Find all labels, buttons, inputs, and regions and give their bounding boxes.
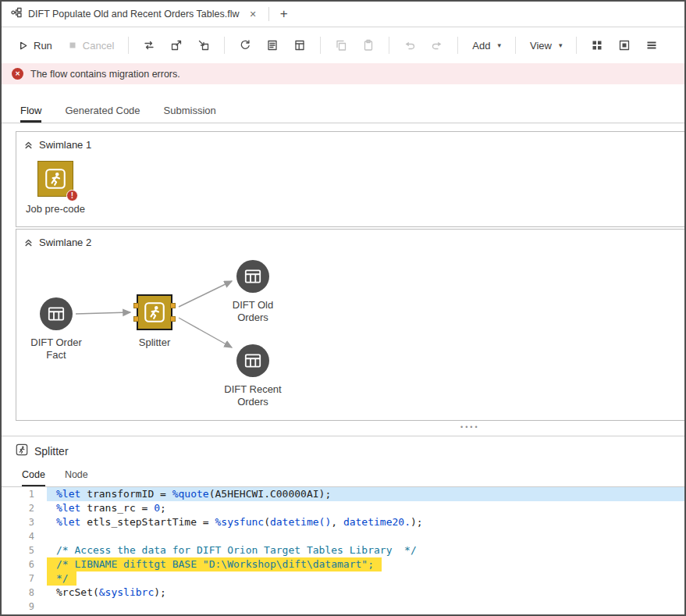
node-dift-recent-orders[interactable]: DIFT Recent Orders: [217, 344, 289, 409]
line-number: 5: [2, 543, 47, 557]
app-window: DIFT Populate Old and Recent Orders Tabl…: [0, 0, 686, 616]
line-number: 6: [2, 557, 47, 571]
sas-program-icon: [137, 294, 172, 330]
chevron-down-icon: ▾: [559, 41, 563, 49]
error-badge: !: [66, 190, 78, 201]
node-label: Splitter: [139, 336, 170, 349]
banner-message: The flow contains migration errors.: [30, 69, 180, 80]
line-number: 8: [2, 586, 47, 600]
paste-icon[interactable]: [357, 34, 379, 56]
code-line-6[interactable]: 6/* LIBNAME difttgt BASE "D:\Workshop\di…: [2, 557, 684, 571]
detail-panel: Splitter Code Node 1%let transformID = %…: [2, 436, 684, 614]
square-inset-icon[interactable]: [613, 34, 635, 56]
node-dift-old-orders[interactable]: DIFT Old Orders: [217, 260, 289, 325]
line-number: 3: [2, 515, 47, 529]
toolbar-divider: [457, 37, 458, 54]
flow-connectors: [16, 230, 686, 420]
document-tab-title: DIFT Populate Old and Recent Orders Tabl…: [28, 9, 240, 20]
swap-arrows-icon[interactable]: [138, 34, 160, 56]
run-label: Run: [34, 40, 52, 52]
code-line-2[interactable]: 2%let trans_rc = 0;: [2, 501, 684, 515]
toolbar-divider: [515, 37, 516, 54]
detail-tab-strip: Code Node: [2, 465, 684, 487]
error-circle-icon: ✕: [12, 68, 23, 80]
node-dift-order-fact[interactable]: DIFT Order Fact: [20, 297, 92, 362]
toolbar-divider: [320, 37, 321, 54]
code-line-4[interactable]: 4: [2, 529, 684, 543]
toolbar: Run Cancel: [2, 28, 684, 62]
view-menu-button[interactable]: View ▾: [525, 37, 567, 55]
collapse-swimlane-icon[interactable]: [24, 141, 33, 149]
detail-panel-title: Splitter: [34, 445, 69, 458]
toolbar-divider: [224, 37, 225, 54]
flow-file-icon: [11, 7, 22, 21]
panel-resize-handle[interactable]: ••••: [460, 423, 480, 434]
line-number: 9: [2, 600, 47, 614]
node-label: DIFT Order Fact: [20, 336, 92, 362]
document-code-icon[interactable]: [261, 34, 283, 56]
view-label: View: [530, 40, 552, 52]
run-button[interactable]: Run: [12, 37, 57, 55]
flow-tab-strip: Flow Generated Code Submission: [2, 101, 684, 123]
cancel-button[interactable]: Cancel: [62, 37, 119, 55]
document-tab-bar: DIFT Populate Old and Recent Orders Tabl…: [2, 2, 684, 27]
swimlane-2: Swimlane 2 DIFT Order Fact: [16, 229, 686, 421]
code-line-1[interactable]: 1%let transformID = %quote(A5HEHCWI.C000…: [2, 487, 684, 501]
input-port[interactable]: [133, 303, 139, 308]
line-number: 4: [2, 529, 47, 543]
code-line-5[interactable]: 5/* Access the data for DIFT Orion Targe…: [2, 543, 684, 557]
input-port[interactable]: [133, 316, 139, 322]
node-job-pre-code[interactable]: ! Job pre-code: [20, 161, 91, 215]
tab-flow[interactable]: Flow: [20, 105, 41, 123]
swimlane-1: Swimlane 1 ! Job pre-code: [16, 131, 686, 227]
toolbar-divider: [389, 37, 389, 54]
line-number: 1: [2, 487, 47, 501]
node-label: DIFT Old Orders: [217, 299, 289, 325]
code-line-8[interactable]: 8%rcSet(&syslibrc);: [2, 586, 684, 600]
run-icon: [17, 40, 29, 52]
tab-node[interactable]: Node: [65, 469, 88, 486]
code-line-9[interactable]: 9: [2, 600, 684, 614]
close-tab-icon[interactable]: ✕: [246, 8, 261, 21]
new-tab-button[interactable]: +: [269, 6, 299, 22]
output-port[interactable]: [170, 316, 176, 322]
add-menu-button[interactable]: Add ▾: [467, 37, 506, 55]
undo-icon[interactable]: [399, 34, 421, 56]
add-label: Add: [472, 40, 490, 52]
tab-generated-code[interactable]: Generated Code: [65, 105, 140, 123]
document-tab[interactable]: DIFT Populate Old and Recent Orders Tabl…: [2, 2, 268, 27]
output-port[interactable]: [170, 303, 176, 308]
line-number: 7: [2, 571, 47, 586]
migration-error-banner: ✕ The flow contains migration errors.: [2, 63, 684, 84]
sas-program-small-icon: [16, 443, 28, 459]
redo-icon[interactable]: [426, 34, 448, 56]
toolbar-divider: [128, 37, 129, 54]
tab-code[interactable]: Code: [22, 469, 45, 486]
code-line-3[interactable]: 3%let etls_stepStartTime = %sysfunc(date…: [2, 515, 684, 529]
box-arrow-in-icon[interactable]: [193, 34, 215, 56]
node-label: DIFT Recent Orders: [217, 383, 289, 409]
tab-submission[interactable]: Submission: [164, 105, 216, 123]
cancel-label: Cancel: [83, 40, 114, 52]
copy-icon[interactable]: [330, 34, 352, 56]
code-line-7[interactable]: 7*/: [2, 571, 684, 586]
table-icon: [236, 260, 269, 293]
table-icon: [236, 344, 269, 377]
horizontal-bars-icon[interactable]: [641, 34, 663, 56]
box-arrow-out-icon[interactable]: [165, 34, 187, 56]
line-number: 2: [2, 501, 47, 515]
toolbar-divider: [576, 37, 577, 54]
grid-squares-icon[interactable]: [586, 34, 608, 56]
document-grid-icon[interactable]: [289, 34, 311, 56]
refresh-icon[interactable]: [234, 34, 256, 56]
chevron-down-icon: ▾: [497, 41, 501, 49]
table-icon: [40, 297, 73, 330]
cancel-icon: [67, 40, 78, 51]
node-splitter[interactable]: Splitter: [119, 294, 190, 349]
code-editor[interactable]: 1%let transformID = %quote(A5HEHCWI.C000…: [2, 487, 684, 614]
node-label: Job pre-code: [26, 203, 85, 215]
swimlane-title: Swimlane 1: [39, 139, 91, 151]
sas-program-icon: !: [37, 161, 73, 197]
